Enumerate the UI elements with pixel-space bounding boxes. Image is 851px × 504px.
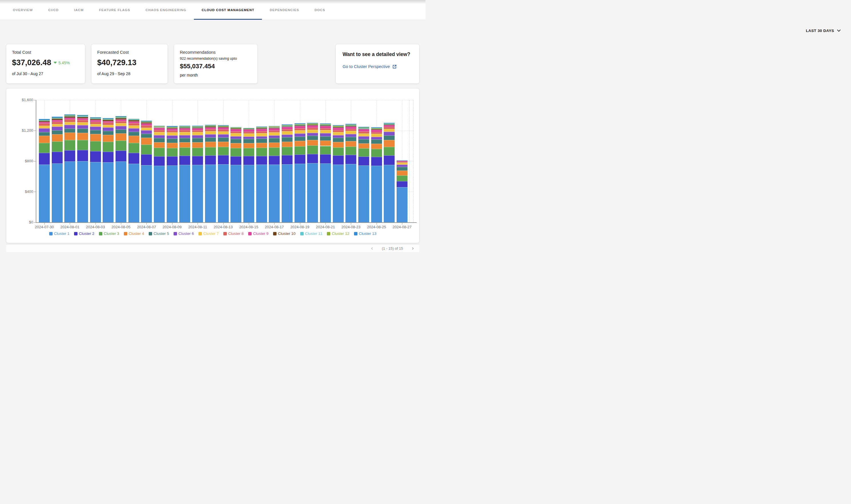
bar-segment-cluster-1 [90,162,101,222]
tab-feature-flags[interactable]: FEATURE FLAGS [91,0,138,20]
bar-segment-cluster-13 [128,119,139,120]
tab-cloud-cost-management[interactable]: CLOUD COST MANAGEMENT [194,0,262,20]
bar-segment-cluster-6 [333,135,344,138]
legend-item-cluster-3[interactable]: Cluster 3 [99,231,119,236]
bar-2024-08-19[interactable] [295,123,306,222]
bar-segment-cluster-3 [333,147,344,156]
bar-segment-cluster-11 [295,125,306,125]
bar-segment-cluster-9 [295,126,306,128]
bar-2024-08-08[interactable] [154,126,165,222]
legend-item-cluster-11[interactable]: Cluster 11 [300,231,323,236]
legend-item-cluster-12[interactable]: Cluster 12 [327,231,349,236]
legend-item-cluster-13[interactable]: Cluster 13 [354,231,377,236]
legend-item-cluster-2[interactable]: Cluster 2 [74,231,94,236]
total-cost-card: Total Cost $37,026.48 5.45% of Jul 30 - … [6,44,85,84]
bar-2024-08-13[interactable] [218,125,229,222]
bar-segment-cluster-3 [64,140,75,150]
legend-swatch-cluster-2 [74,232,77,235]
bar-segment-cluster-7 [64,122,75,125]
legend-item-cluster-5[interactable]: Cluster 5 [149,231,169,236]
bar-segment-cluster-1 [167,165,178,222]
bar-2024-08-21[interactable] [320,123,331,222]
bar-2024-08-20[interactable] [307,123,318,222]
bar-2024-08-10[interactable] [179,126,190,222]
bar-segment-cluster-3 [179,147,190,156]
bar-segment-cluster-7 [243,133,254,137]
tab-docs[interactable]: DOCS [307,0,333,20]
bar-segment-cluster-13 [282,124,293,125]
bar-segment-cluster-12 [90,118,101,118]
bar-2024-08-24[interactable] [358,127,369,222]
tab-ci-cd[interactable]: CI/CD [40,0,66,20]
bar-2024-08-23[interactable] [345,124,356,222]
bar-segment-cluster-3 [205,147,216,156]
bar-segment-cluster-6 [256,136,267,139]
legend-item-cluster-9[interactable]: Cluster 9 [248,231,268,236]
y-gridline [36,100,413,100]
legend-item-cluster-8[interactable]: Cluster 8 [223,231,244,236]
bar-2024-08-22[interactable] [333,125,344,222]
bar-segment-cluster-5 [397,167,407,170]
chevron-right-icon[interactable]: › [412,246,414,251]
bar-2024-08-14[interactable] [230,127,241,222]
bar-segment-cluster-8 [116,121,126,123]
bar-segment-cluster-11 [243,129,254,129]
detail-view-card: Want to see a detailed view? Go to Clust… [336,44,419,84]
y-axis-label: $0 [10,220,33,224]
bar-2024-08-25[interactable] [371,127,382,222]
bar-2024-08-18[interactable] [282,124,293,222]
bar-2024-08-27[interactable] [397,160,407,222]
bar-2024-07-31[interactable] [52,116,63,222]
bar-2024-08-01[interactable] [64,114,75,222]
bar-2024-08-17[interactable] [269,126,280,222]
x-tick [70,222,70,224]
bar-2024-08-12[interactable] [205,125,216,222]
bar-segment-cluster-12 [333,126,344,127]
bar-2024-08-09[interactable] [167,126,178,222]
chevron-left-icon[interactable]: ‹ [371,246,373,251]
bar-segment-cluster-13 [269,126,280,127]
bar-2024-08-05[interactable] [116,116,126,222]
bar-2024-08-26[interactable] [384,123,395,222]
cluster-perspective-link[interactable]: Go to Cluster Perspective [343,64,412,69]
bar-segment-cluster-6 [371,137,382,140]
y-tick [34,130,36,131]
bar-segment-cluster-7 [384,129,395,132]
legend-item-cluster-6[interactable]: Cluster 6 [174,231,194,236]
forecasted-cost-amount: $40,729.13 [97,58,136,67]
legend-item-cluster-10[interactable]: Cluster 10 [273,231,296,236]
bar-2024-08-03[interactable] [90,117,101,222]
bar-segment-cluster-9 [333,128,344,130]
bar-segment-cluster-4 [128,136,139,143]
bar-segment-cluster-8 [243,132,254,133]
legend-item-cluster-4[interactable]: Cluster 4 [124,231,144,236]
bar-2024-08-07[interactable] [141,121,152,222]
legend-item-cluster-7[interactable]: Cluster 7 [198,231,219,236]
bar-segment-cluster-1 [371,166,382,222]
bar-2024-08-04[interactable] [103,118,114,222]
bar-segment-cluster-6 [116,126,126,129]
tab-iacm[interactable]: IACM [66,0,91,20]
bar-segment-cluster-11 [116,118,126,118]
bar-segment-cluster-1 [52,163,63,222]
legend-label: Cluster 6 [178,231,194,236]
bar-segment-cluster-12 [384,123,395,124]
bar-segment-cluster-13 [116,116,126,117]
bar-segment-cluster-13 [295,123,306,124]
x-tick [197,222,198,224]
bar-segment-cluster-5 [345,137,356,141]
bar-segment-cluster-11 [179,127,190,127]
legend-item-cluster-1[interactable]: Cluster 1 [49,231,69,236]
bar-2024-08-11[interactable] [192,126,203,222]
tab-chaos-engineering[interactable]: CHAOS ENGINEERING [138,0,194,20]
bar-2024-08-02[interactable] [77,115,88,222]
y-tick [34,100,36,100]
bar-segment-cluster-6 [192,135,203,138]
tab-dependencies[interactable]: DEPENDENCIES [262,0,307,20]
bar-2024-07-30[interactable] [39,119,50,222]
tab-overview[interactable]: OVERVIEW [5,0,40,20]
bar-2024-08-15[interactable] [243,128,254,222]
bar-2024-08-06[interactable] [128,119,139,222]
legend-swatch-cluster-8 [223,232,227,235]
bar-2024-08-16[interactable] [256,127,267,222]
